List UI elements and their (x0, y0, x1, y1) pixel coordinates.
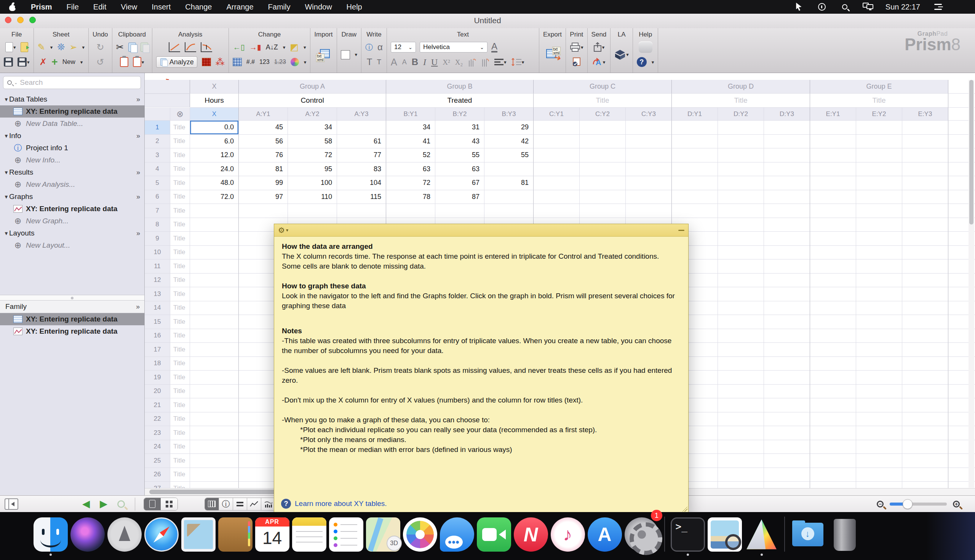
empty-cell[interactable] (810, 315, 856, 329)
x-value-cell[interactable] (190, 260, 239, 273)
decimals-icon[interactable]: #.# (246, 59, 255, 65)
row-title-cell[interactable]: Title (170, 190, 190, 204)
empty-cell[interactable] (718, 357, 764, 371)
row-title-cell[interactable]: Title (170, 246, 190, 260)
prism-guide-button[interactable] (639, 42, 652, 53)
empty-cell[interactable] (672, 176, 718, 190)
subcolumn-header-A:Y2[interactable]: A:Y2 (288, 108, 337, 121)
empty-cell[interactable] (718, 315, 764, 329)
empty-cell[interactable] (902, 218, 948, 232)
data-cell[interactable]: 58 (288, 135, 337, 149)
exclude-values-icon[interactable]: 1.23 (274, 59, 286, 65)
empty-cell[interactable] (718, 440, 764, 454)
empty-cell[interactable] (626, 204, 672, 218)
x-value-cell[interactable] (190, 412, 239, 427)
group-title-4[interactable]: Title (810, 93, 948, 108)
fill-bucket-icon[interactable]: ◩ (290, 43, 299, 52)
greek-letter-icon[interactable]: α (378, 43, 383, 52)
group-header-2[interactable]: Group C (533, 80, 672, 93)
table-view-button[interactable] (205, 498, 219, 510)
note-gear-dropdown[interactable]: ▾ (286, 228, 288, 233)
family-expand-icon[interactable]: » (136, 303, 139, 311)
labarchives-button[interactable]: ▾ (614, 49, 629, 60)
row-title-cell[interactable]: Title (170, 135, 190, 149)
empty-cell[interactable] (902, 468, 948, 482)
sidebar-item[interactable]: ⓘProject info 1 (0, 142, 145, 154)
empty-cell[interactable] (902, 287, 948, 301)
sidebar-section-info[interactable]: ▼Info» (0, 130, 145, 142)
empty-cell[interactable] (810, 329, 856, 343)
empty-cell[interactable] (764, 135, 810, 149)
export-button[interactable]: txtxml ➜ (546, 49, 559, 60)
dock-prism-icon[interactable] (743, 512, 780, 557)
section-expand-icon[interactable]: » (136, 132, 139, 140)
empty-cell[interactable] (580, 121, 626, 135)
empty-cell[interactable] (764, 482, 810, 488)
empty-cell[interactable] (580, 190, 626, 204)
data-cell[interactable] (485, 162, 533, 177)
empty-cell[interactable] (580, 204, 626, 218)
row-title-cell[interactable]: Title (170, 287, 190, 301)
dock-reminders-icon[interactable] (328, 512, 365, 557)
single-page-view-button[interactable] (144, 498, 161, 510)
x-value-cell[interactable] (190, 232, 239, 246)
disclosure-triangle-icon[interactable]: ▼ (4, 194, 9, 200)
data-cell[interactable]: 110 (288, 190, 337, 204)
empty-cell[interactable] (902, 260, 948, 273)
empty-cell[interactable] (810, 273, 856, 288)
row-title-cell[interactable]: Title (170, 482, 190, 488)
empty-cell[interactable] (718, 148, 764, 162)
row-number[interactable]: 4 (145, 162, 170, 177)
row-title-cell[interactable]: Title (170, 370, 190, 385)
data-cell[interactable]: 63 (435, 162, 485, 177)
text-tool-icon[interactable]: T (367, 57, 373, 67)
data-cell[interactable]: 115 (337, 190, 386, 204)
menu-window[interactable]: Window (298, 3, 339, 12)
empty-cell[interactable] (718, 204, 764, 218)
empty-cell[interactable] (718, 232, 764, 246)
x-value-cell[interactable] (190, 329, 239, 343)
empty-cell[interactable] (764, 204, 810, 218)
empty-cell[interactable] (718, 426, 764, 440)
data-cell[interactable]: 55 (485, 148, 533, 162)
group-header-0[interactable]: Group A (239, 80, 386, 93)
empty-cell[interactable] (764, 218, 810, 232)
row-number[interactable]: 19 (145, 370, 170, 385)
rotate-text-down-icon[interactable] (481, 57, 489, 67)
x-value-cell[interactable]: 72.0 (190, 190, 239, 204)
empty-cell[interactable] (533, 135, 580, 149)
subscript-button[interactable]: X₂ (455, 58, 463, 66)
data-cell[interactable]: 63 (386, 162, 435, 177)
group-title-0[interactable]: Control (239, 93, 386, 108)
empty-cell[interactable] (856, 454, 902, 468)
interpolate-icon[interactable] (201, 42, 212, 52)
empty-cell[interactable] (856, 440, 902, 454)
data-cell[interactable]: 56 (239, 135, 288, 149)
dock-preview-icon[interactable] (706, 512, 743, 557)
data-cell[interactable]: 99 (239, 176, 288, 190)
paste-special-icon[interactable]: ▾ (133, 57, 144, 67)
new-info-note-icon[interactable]: ⓘ (365, 43, 373, 51)
data-cell[interactable]: 78 (386, 190, 435, 204)
empty-cell[interactable] (810, 204, 856, 218)
row-title-cell[interactable]: Title (170, 232, 190, 246)
row-title-cell[interactable]: Title (170, 343, 190, 357)
x-group-header[interactable]: X (190, 80, 239, 93)
empty-cell[interactable] (810, 190, 856, 204)
analyze-button[interactable]: Analyze (156, 56, 197, 68)
empty-cell[interactable] (856, 121, 902, 135)
increase-font-icon[interactable]: A (391, 57, 397, 67)
empty-cell[interactable] (533, 176, 580, 190)
empty-cell[interactable] (764, 440, 810, 454)
row-number[interactable]: 13 (145, 287, 170, 301)
bold-button[interactable]: B (412, 57, 418, 67)
group-title-2[interactable]: Title (533, 93, 672, 108)
data-cell[interactable]: 72 (288, 148, 337, 162)
disclosure-triangle-icon[interactable]: ▼ (4, 230, 9, 236)
font-style-icon[interactable]: A (491, 42, 497, 52)
data-cell[interactable]: 42 (485, 135, 533, 149)
new-sheet-plus-icon[interactable]: + (52, 57, 57, 67)
subcolumn-header-A:Y3[interactable]: A:Y3 (337, 108, 386, 121)
rotate-text-up-icon[interactable] (468, 57, 476, 67)
empty-cell[interactable] (856, 426, 902, 440)
